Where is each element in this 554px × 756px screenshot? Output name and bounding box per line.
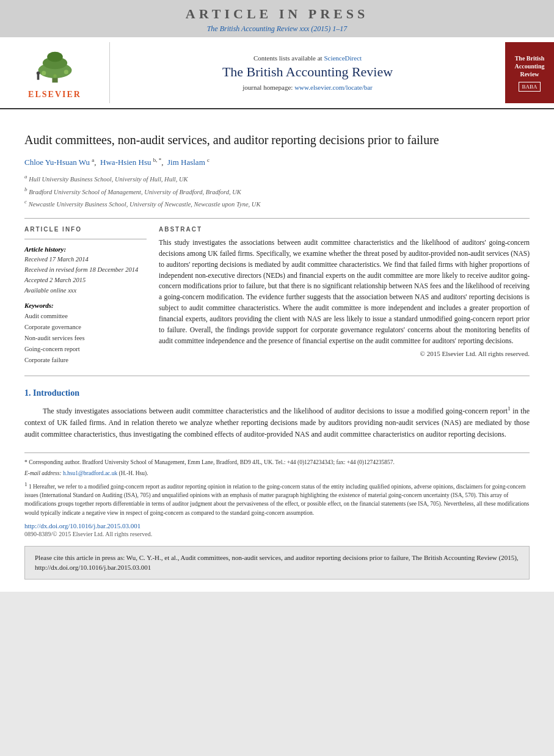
- author-a-link[interactable]: Chloe Yu-Hsuan Wu: [24, 158, 90, 167]
- authors-line: Chloe Yu-Hsuan Wu a, Hwa-Hsien Hsu b, *,…: [24, 157, 530, 167]
- article-info-column: ARTICLE INFO Article history: Received 1…: [24, 226, 147, 365]
- email-link[interactable]: h.hsu1@bradford.ac.uk: [63, 470, 117, 476]
- svg-point-4: [47, 51, 63, 62]
- introduction-heading: 1. Introduction: [24, 388, 530, 398]
- article-title: Audit committees, non-audit services, an…: [24, 131, 530, 148]
- citation-text: Please cite this article in press as: Wu…: [35, 554, 519, 572]
- copyright-line: © 2015 Elsevier Ltd. All rights reserved…: [159, 350, 530, 357]
- elsevier-logo: [18, 46, 92, 89]
- section-divider-2: [24, 376, 530, 376]
- abstract-label: ABSTRACT: [159, 226, 530, 233]
- email-label: E-mail address:: [24, 470, 62, 476]
- journal-header: ELSEVIER Contents lists available at Sci…: [0, 37, 554, 109]
- badge-logo: BABA: [519, 82, 540, 92]
- keyword-1: Audit committee: [24, 311, 147, 322]
- affil-b: b Bradford University School of Manageme…: [24, 185, 530, 197]
- svg-point-9: [36, 71, 40, 75]
- homepage-link[interactable]: www.elsevier.com/locate/bar: [294, 84, 373, 91]
- abstract-text: This study investigates the associations…: [159, 238, 530, 346]
- main-content: Audit committees, non-audit services, an…: [0, 109, 554, 592]
- contents-available-line: Contents lists available at ScienceDirec…: [253, 54, 362, 62]
- article-info-label: ARTICLE INFO: [24, 226, 147, 233]
- homepage-line: journal homepage: www.elsevier.com/locat…: [242, 84, 373, 91]
- keyword-2: Corporate governance: [24, 322, 147, 333]
- svg-point-6: [64, 70, 68, 74]
- email-name: (H.-H. Hsu).: [119, 470, 148, 476]
- journal-reference: The British Accounting Review xxx (2015)…: [0, 24, 554, 34]
- available-online: Available online xxx: [24, 286, 147, 296]
- info-divider: [24, 239, 147, 239]
- sciencedirect-link[interactable]: ScienceDirect: [324, 54, 362, 62]
- footnote-1: 1 1 Hereafter, we refer to a modified go…: [24, 481, 530, 517]
- footnote-area: * Corresponding author. Bradford Univers…: [24, 453, 530, 537]
- keywords-section: Keywords: Audit committee Corporate gove…: [24, 302, 147, 365]
- affiliations: a Hull University Business School, Unive…: [24, 172, 530, 209]
- journal-badge: The BritishAccountingReview BABA: [505, 42, 554, 103]
- elsevier-wordmark: ELSEVIER: [28, 90, 81, 100]
- article-in-press-label: ARTICLE IN PRESS: [0, 6, 554, 22]
- author-b-link[interactable]: Hwa-Hsien Hsu: [100, 158, 151, 167]
- introduction-section: 1. Introduction The study investigates a…: [24, 388, 530, 441]
- keywords-label: Keywords:: [24, 302, 147, 309]
- svg-rect-8: [37, 74, 39, 79]
- keyword-3: Non-audit services fees: [24, 333, 147, 344]
- received-revised-date: Received in revised form 18 December 201…: [24, 265, 147, 275]
- badge-journal-name: The BritishAccountingReview: [515, 54, 545, 78]
- section-divider-1: [24, 218, 530, 219]
- top-banner: ARTICLE IN PRESS The British Accounting …: [0, 0, 554, 37]
- svg-point-5: [42, 71, 46, 75]
- email-note: E-mail address: h.hsu1@bradford.ac.uk (H…: [24, 469, 530, 478]
- citation-banner: Please cite this article in press as: Wu…: [24, 546, 530, 580]
- svg-point-7: [53, 74, 57, 78]
- history-label: Article history:: [24, 245, 147, 253]
- journal-title: The British Accounting Review: [222, 64, 393, 80]
- received-date: Received 17 March 2014: [24, 255, 147, 265]
- info-abstract-columns: ARTICLE INFO Article history: Received 1…: [24, 226, 530, 365]
- accepted-date: Accepted 2 March 2015: [24, 275, 147, 286]
- publisher-logo-area: ELSEVIER: [0, 42, 110, 103]
- introduction-paragraph: The study investigates associations betw…: [24, 404, 530, 441]
- affil-a: a Hull University Business School, Unive…: [24, 172, 530, 184]
- author-c-link[interactable]: Jim Haslam: [167, 158, 205, 167]
- doi-link: http://dx.doi.org/10.1016/j.bar.2015.03.…: [24, 522, 530, 529]
- issn-line: 0890-8389/© 2015 Elsevier Ltd. All right…: [24, 531, 530, 537]
- abstract-column: ABSTRACT This study investigates the ass…: [159, 226, 530, 365]
- doi-anchor[interactable]: http://dx.doi.org/10.1016/j.bar.2015.03.…: [24, 522, 140, 529]
- keyword-4: Going-concern report: [24, 344, 147, 355]
- corresponding-author-note: * Corresponding author. Bradford Univers…: [24, 458, 530, 467]
- elsevier-tree-icon: [24, 51, 86, 84]
- affil-c: c Newcastle University Business School, …: [24, 197, 530, 209]
- keyword-5: Corporate failure: [24, 355, 147, 366]
- journal-center-info: Contents lists available at ScienceDirec…: [110, 42, 505, 103]
